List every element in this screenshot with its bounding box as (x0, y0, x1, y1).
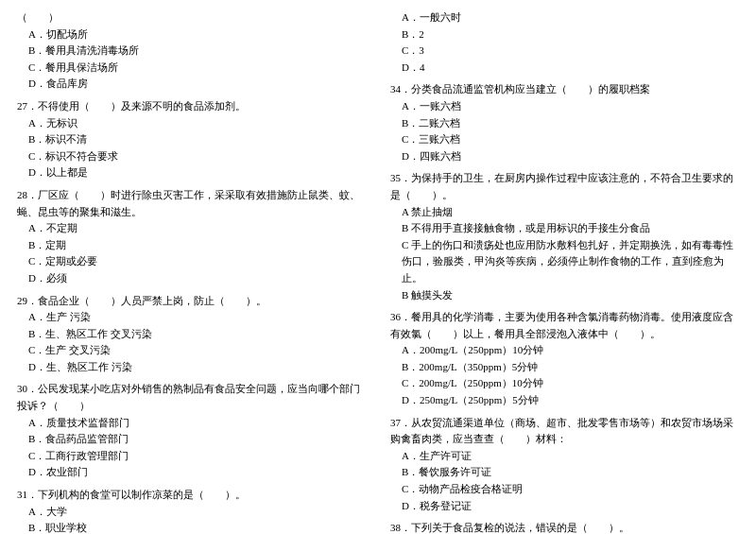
question-paren: （ ） A．切配场所 B．餐用具清洗消毒场所 C．餐用具保洁场所 D．食品库房 (17, 9, 366, 93)
option-b: B．餐饮服务许可证 (390, 464, 739, 481)
option-a: A．一般六时 (390, 9, 739, 26)
option-b: B．2 (390, 26, 739, 43)
question-text: 35．为保持手的卫生，在厨房内操作过程中应该注意的，不符合卫生要求的是（ ）。 (390, 170, 739, 203)
option-a: A 禁止抽烟 (390, 204, 739, 221)
right-column: A．一般六时 B．2 C．3 D．4 34．分类食品流通监管机构应当建立（ ）的… (383, 9, 739, 534)
option-c: C．标识不符合要求 (17, 148, 366, 165)
question-text: 36．餐用具的化学消毒，主要为使用各种含氯消毒药物消毒。使用液度应含有效氯（ ）… (390, 309, 739, 342)
option-d: D．农业部门 (17, 464, 366, 481)
option-b: B．生、熟区工作 交叉污染 (17, 326, 366, 343)
question-38: 38．下列关于食品复检的说法，错误的是（ ）。 A．复检机构出具的复检结论为最终… (390, 520, 739, 534)
option-c: C 手上的伤口和溃疡处也应用防水敷料包扎好，并定期换洗，如有毒毒性伤口，验服类，… (390, 237, 739, 287)
option-b: B．标识不清 (17, 131, 366, 148)
option-d: D．食品库房 (17, 76, 366, 93)
option-d: D．四账六档 (390, 148, 739, 165)
left-column: （ ） A．切配场所 B．餐用具清洗消毒场所 C．餐用具保洁场所 D．食品库房 … (17, 9, 373, 534)
option-a: A．生产许可证 (390, 448, 739, 465)
option-c: C．生产 交叉污染 (17, 342, 366, 359)
question-35: 35．为保持手的卫生，在厨房内操作过程中应该注意的，不符合卫生要求的是（ ）。 … (390, 170, 739, 303)
option-d: D．必须 (17, 270, 366, 287)
option-b: B．定期 (17, 237, 366, 254)
option-d: D．生、熟区工作 污染 (17, 359, 366, 376)
question-29: 29．食品企业（ ）人员严禁上岗，防止（ ）。 A．生产 污染 B．生、熟区工作… (17, 293, 366, 376)
option-d: D．250mg/L（250ppm）5分钟 (390, 392, 739, 409)
question-33-options: A．一般六时 B．2 C．3 D．4 (390, 9, 739, 76)
option-b: B 不得用手直接接触食物，或是用标识的手接生分食品 (390, 220, 739, 237)
question-37: 37．从农贸流通渠道单位（商场、超市、批发零售市场等）和农贸市场场采购禽畜肉类，… (390, 415, 739, 515)
option-c: C．3 (390, 43, 739, 60)
option-c: C．200mg/L（250ppm）10分钟 (390, 375, 739, 392)
option-c: C．动物产品检疫合格证明 (390, 481, 739, 498)
option-a: A．生产 污染 (17, 309, 366, 326)
option-a: A．切配场所 (17, 26, 366, 43)
question-text: 38．下列关于食品复检的说法，错误的是（ ）。 (390, 520, 739, 534)
option-b: B．二账六档 (390, 115, 739, 132)
question-31: 31．下列机构的食堂可以制作凉菜的是（ ）。 A．大学 B．职业学校 C．小学 … (17, 487, 366, 534)
page-container: （ ） A．切配场所 B．餐用具清洗消毒场所 C．餐用具保洁场所 D．食品库房 … (17, 9, 739, 534)
option-c: C．三账六档 (390, 131, 739, 148)
option-a: A．大学 (17, 504, 366, 521)
question-text: 31．下列机构的食堂可以制作凉菜的是（ ）。 (17, 487, 366, 504)
option-b: B．200mg/L（350ppm）5分钟 (390, 359, 739, 376)
question-34: 34．分类食品流通监管机构应当建立（ ）的履职档案 A．一账六档 B．二账六档 … (390, 81, 739, 164)
question-text: 34．分类食品流通监管机构应当建立（ ）的履职档案 (390, 81, 739, 98)
question-text: 37．从农贸流通渠道单位（商场、超市、批发零售市场等）和农贸市场场采购禽畜肉类，… (390, 415, 739, 448)
option-d: B 触摸头发 (390, 287, 739, 304)
option-b: B．餐用具清洗消毒场所 (17, 43, 366, 60)
option-d: D．税务登记证 (390, 498, 739, 515)
option-b: B．职业学校 (17, 520, 366, 534)
question-text: 29．食品企业（ ）人员严禁上岗，防止（ ）。 (17, 293, 366, 310)
option-a: A．无标识 (17, 115, 366, 132)
question-28: 28．厂区应（ ）时进行除虫灭害工作，采采取有效措施防止鼠类、蚊、蝇、昆虫等的聚… (17, 187, 366, 287)
question-36: 36．餐用具的化学消毒，主要为使用各种含氯消毒药物消毒。使用液度应含有效氯（ ）… (390, 309, 739, 409)
question-text: 27．不得使用（ ）及来源不明的食品添加剂。 (17, 98, 366, 115)
option-c: C．工商行政管理部门 (17, 448, 366, 465)
question-30: 30．公民发现某小吃店对外销售的熟制品有食品安全问题，应当向哪个部门投诉？（ ）… (17, 381, 366, 481)
question-text: 28．厂区应（ ）时进行除虫灭害工作，采采取有效措施防止鼠类、蚊、蝇、昆虫等的聚… (17, 187, 366, 220)
option-d: D．以上都是 (17, 164, 366, 181)
two-column-layout: （ ） A．切配场所 B．餐用具清洗消毒场所 C．餐用具保洁场所 D．食品库房 … (17, 9, 739, 534)
question-text: 30．公民发现某小吃店对外销售的熟制品有食品安全问题，应当向哪个部门投诉？（ ） (17, 381, 366, 414)
option-a: A．不定期 (17, 220, 366, 237)
question-text: （ ） (17, 9, 366, 26)
option-b: B．食品药品监管部门 (17, 431, 366, 448)
question-27: 27．不得使用（ ）及来源不明的食品添加剂。 A．无标识 B．标识不清 C．标识… (17, 98, 366, 181)
option-c: C．餐用具保洁场所 (17, 60, 366, 77)
option-a: A．一账六档 (390, 98, 739, 115)
option-a: A．质量技术监督部门 (17, 415, 366, 432)
option-c: C．定期或必要 (17, 253, 366, 270)
option-a: A．200mg/L（250ppm）10分钟 (390, 342, 739, 359)
option-d: D．4 (390, 60, 739, 77)
